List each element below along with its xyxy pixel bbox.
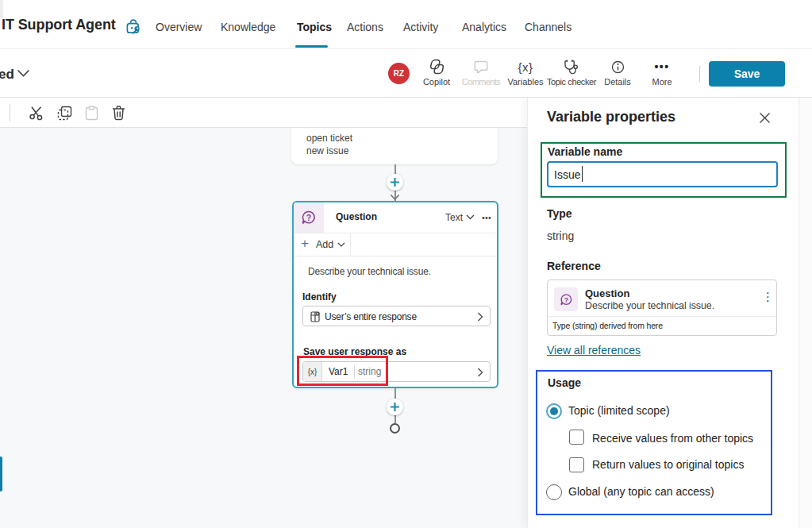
svg-text:?: ? xyxy=(564,295,568,303)
svg-text:?: ? xyxy=(306,213,311,222)
